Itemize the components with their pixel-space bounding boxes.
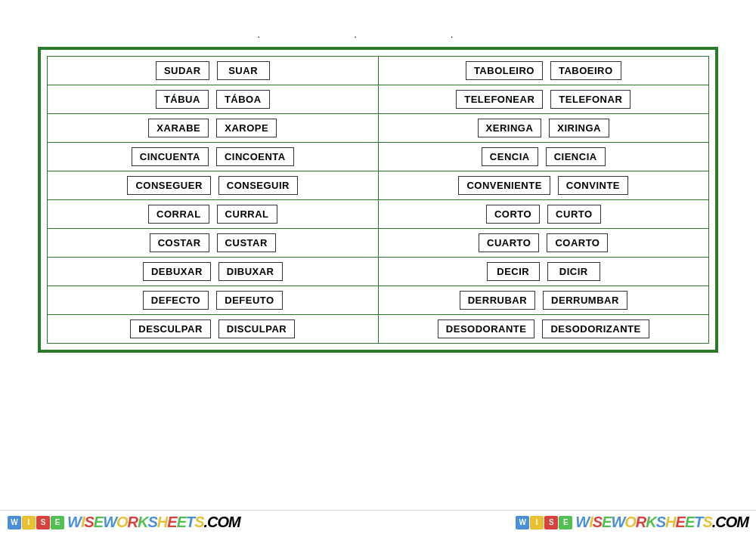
cell-right-3: CENCIACIENCIA — [378, 143, 709, 171]
cell-left-4: CONSEGUERCONSEGUIR — [48, 171, 379, 200]
logo-s: S — [36, 516, 50, 529]
cell-content-left-8: DEFECTODEFEUTO — [55, 291, 370, 310]
word-btn-left-0-1[interactable]: SUAR — [217, 61, 270, 80]
word-btn-right-6-0[interactable]: CUARTO — [479, 233, 539, 252]
table-row: XARABEXAROPEXERINGAXIRINGA — [48, 114, 709, 143]
word-btn-right-5-0[interactable]: CORTO — [486, 205, 540, 224]
cell-content-left-2: XARABEXAROPE — [55, 119, 370, 137]
cell-right-1: TELEFONEARTELEFONAR — [378, 85, 709, 114]
table-row: SUDARSUARTABOLEIROTABOEIRO — [48, 57, 709, 85]
cell-content-right-4: CONVENIENTECONVINTE — [386, 176, 702, 195]
cell-right-4: CONVENIENTECONVINTE — [378, 171, 709, 200]
cell-left-8: DEFECTODEFEUTO — [48, 286, 379, 315]
logo-e: E — [51, 516, 64, 529]
table-row: COSTARCUSTARCUARTOCOARTO — [48, 229, 709, 258]
word-btn-left-4-1[interactable]: CONSEGUIR — [218, 176, 298, 195]
cell-content-left-0: SUDARSUAR — [55, 61, 370, 80]
word-btn-right-6-1[interactable]: COARTO — [547, 233, 608, 252]
cell-content-left-5: CORRALCURRAL — [55, 205, 370, 224]
word-btn-right-3-0[interactable]: CENCIA — [482, 147, 538, 166]
logo-w2: W — [516, 516, 529, 529]
cell-content-left-7: DEBUXARDIBUXAR — [55, 262, 370, 281]
word-btn-right-0-1[interactable]: TABOEIRO — [550, 61, 621, 80]
footer: W I S E WISEWORKSHEETS.COM W I S E WISEW… — [0, 510, 756, 534]
word-btn-left-3-0[interactable]: CINCUENTA — [132, 147, 209, 166]
word-btn-right-2-1[interactable]: XIRINGA — [549, 119, 609, 137]
table-row: TÁBUATÁBOATELEFONEARTELEFONAR — [48, 85, 709, 114]
cell-left-3: CINCUENTACINCOENTA — [48, 143, 379, 171]
word-btn-right-4-1[interactable]: CONVINTE — [558, 176, 628, 195]
table-row: DEFECTODEFEUTODERRUBARDERRUMBAR — [48, 286, 709, 315]
footer-logo-text-right: WISEWORKSHEETS.COM — [575, 514, 748, 531]
word-btn-right-8-1[interactable]: DERRUMBAR — [543, 291, 627, 310]
word-btn-left-5-1[interactable]: CURRAL — [217, 205, 277, 224]
cell-left-6: COSTARCUSTAR — [48, 229, 379, 258]
cell-left-2: XARABEXAROPE — [48, 114, 379, 143]
cell-content-left-6: COSTARCUSTAR — [55, 233, 370, 252]
word-btn-left-8-0[interactable]: DEFECTO — [143, 291, 209, 310]
word-btn-left-6-1[interactable]: CUSTAR — [217, 233, 276, 252]
cell-content-right-3: CENCIACIENCIA — [386, 147, 702, 166]
logo-i: I — [22, 516, 36, 529]
logo-w: W — [8, 516, 21, 529]
table-row: DESCULPARDISCULPARDESODORANTEDESODORIZAN… — [48, 315, 709, 344]
table-row: CONSEGUERCONSEGUIRCONVENIENTECONVINTE — [48, 171, 709, 200]
word-btn-right-2-0[interactable]: XERINGA — [478, 119, 542, 137]
logo-e2: E — [559, 516, 572, 529]
cell-content-left-1: TÁBUATÁBOA — [55, 90, 370, 109]
word-btn-left-4-0[interactable]: CONSEGUER — [127, 176, 210, 195]
page: · · · SUDARSUARTABOLEIROTABOEIROTÁBUATÁB… — [0, 0, 756, 534]
cell-right-9: DESODORANTEDESODORIZANTE — [378, 315, 709, 344]
word-btn-left-1-1[interactable]: TÁBOA — [216, 90, 270, 109]
logo-i2: I — [530, 516, 544, 529]
cell-right-2: XERINGAXIRINGA — [378, 114, 709, 143]
cell-content-right-6: CUARTOCOARTO — [386, 233, 702, 252]
dots-row: · · · — [30, 30, 726, 42]
cell-content-right-5: CORTOCURTO — [386, 205, 702, 224]
word-btn-right-9-0[interactable]: DESODORANTE — [438, 319, 535, 338]
table-row: DEBUXARDIBUXARDECIRDICIR — [48, 258, 709, 286]
word-btn-left-2-0[interactable]: XARABE — [148, 119, 209, 137]
word-btn-right-5-1[interactable]: CURTO — [547, 205, 600, 224]
word-btn-right-8-0[interactable]: DERRUBAR — [460, 291, 535, 310]
cell-left-1: TÁBUATÁBOA — [48, 85, 379, 114]
cell-left-0: SUDARSUAR — [48, 57, 379, 85]
cell-content-left-9: DESCULPARDISCULPAR — [55, 319, 370, 338]
footer-logo-right: W I S E WISEWORKSHEETS.COM — [516, 514, 748, 531]
word-btn-right-7-1[interactable]: DICIR — [547, 262, 600, 281]
word-btn-right-1-0[interactable]: TELEFONEAR — [456, 90, 543, 109]
cell-content-right-7: DECIRDICIR — [386, 262, 702, 281]
cell-content-left-3: CINCUENTACINCOENTA — [55, 147, 370, 166]
word-btn-left-7-0[interactable]: DEBUXAR — [143, 262, 211, 281]
cell-content-right-1: TELEFONEARTELEFONAR — [386, 90, 702, 109]
cell-right-7: DECIRDICIR — [378, 258, 709, 286]
word-btn-left-3-1[interactable]: CINCOENTA — [216, 147, 294, 166]
word-btn-right-0-0[interactable]: TABOLEIRO — [466, 61, 543, 80]
word-btn-left-1-0[interactable]: TÁBUA — [156, 90, 209, 109]
cell-right-0: TABOLEIROTABOEIRO — [378, 57, 709, 85]
word-btn-right-3-1[interactable]: CIENCIA — [546, 147, 606, 166]
table-row: CORRALCURRALCORTOCURTO — [48, 200, 709, 229]
word-btn-left-5-0[interactable]: CORRAL — [148, 205, 209, 224]
cell-left-7: DEBUXARDIBUXAR — [48, 258, 379, 286]
table-row: CINCUENTACINCOENTACENCIACIENCIA — [48, 143, 709, 171]
word-btn-left-8-1[interactable]: DEFEUTO — [216, 291, 282, 310]
cell-right-5: CORTOCURTO — [378, 200, 709, 229]
cell-left-5: CORRALCURRAL — [48, 200, 379, 229]
word-btn-left-9-0[interactable]: DESCULPAR — [130, 319, 210, 338]
cell-content-right-2: XERINGAXIRINGA — [386, 119, 702, 137]
word-btn-right-7-0[interactable]: DECIR — [487, 262, 540, 281]
cell-content-right-0: TABOLEIROTABOEIRO — [386, 61, 702, 80]
word-btn-left-0-0[interactable]: SUDAR — [156, 61, 209, 80]
word-btn-left-9-1[interactable]: DISCULPAR — [218, 319, 295, 338]
word-btn-left-7-1[interactable]: DIBUXAR — [218, 262, 283, 281]
word-btn-left-6-0[interactable]: COSTAR — [150, 233, 209, 252]
word-btn-right-1-1[interactable]: TELEFONAR — [550, 90, 631, 109]
cell-left-9: DESCULPARDISCULPAR — [48, 315, 379, 344]
cell-content-right-9: DESODORANTEDESODORIZANTE — [386, 319, 702, 338]
cell-content-left-4: CONSEGUERCONSEGUIR — [55, 176, 370, 195]
footer-logo-text-left: WISEWORKSHEETS.COM — [67, 514, 240, 531]
word-btn-left-2-1[interactable]: XAROPE — [216, 119, 277, 137]
word-btn-right-9-1[interactable]: DESODORIZANTE — [542, 319, 649, 338]
word-btn-right-4-0[interactable]: CONVENIENTE — [458, 176, 550, 195]
